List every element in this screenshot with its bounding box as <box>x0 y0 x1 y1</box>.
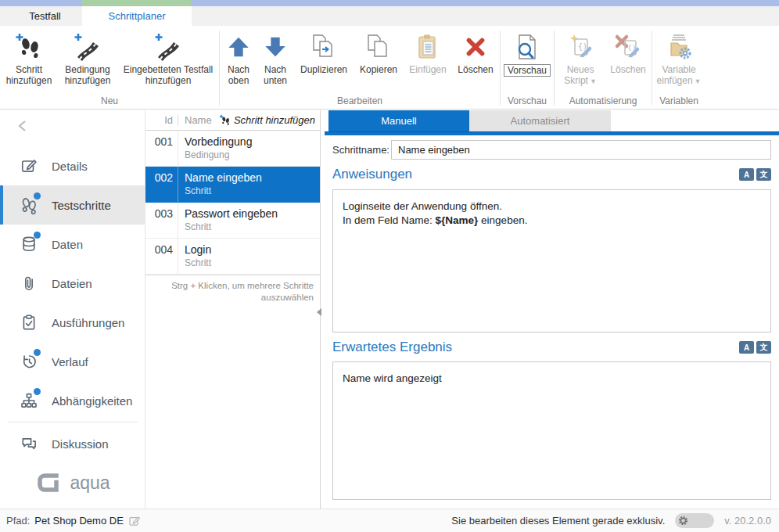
step-type: Schritt <box>185 257 320 269</box>
delete-script-button[interactable]: {) Löschen <box>608 27 648 75</box>
sidebar-item-verlauf[interactable]: Verlauf <box>0 342 145 381</box>
road-add-icon <box>153 30 183 64</box>
step-name-input[interactable] <box>391 140 771 160</box>
hierarchy-icon <box>19 391 39 410</box>
add-condition-button[interactable]: Bedingung hinzufügen <box>59 27 116 86</box>
expected-result-title: Erwartetes Ergebnis <box>332 340 737 355</box>
font-style-icon[interactable]: A <box>739 168 754 181</box>
step-name: Name eingeben <box>185 171 320 185</box>
exclusive-lock-toggle[interactable] <box>675 513 714 528</box>
sidebar-item-daten[interactable]: Daten <box>0 225 145 264</box>
history-icon <box>19 352 39 371</box>
sidebar-item-testschritte[interactable]: Testschritte <box>0 185 145 225</box>
exclusive-edit-message: Sie bearbeiten dieses Element gerade exk… <box>451 515 665 527</box>
new-script-icon: {) <box>565 30 595 64</box>
footsteps-add-icon <box>14 30 44 64</box>
expected-result-section-header: Erwartetes Ergebnis A 文 <box>332 340 771 355</box>
preview-icon <box>513 30 541 64</box>
window-accent-band <box>0 0 779 6</box>
step-list-header: Id Name Schritt hinzufügen <box>145 110 320 131</box>
add-condition-label: Bedingung hinzufügen <box>59 64 116 86</box>
paperclip-icon <box>19 274 39 293</box>
sidebar-collapse-button[interactable] <box>16 118 30 134</box>
dropdown-arrow-icon: ▼ <box>590 77 597 85</box>
detail-tabs: Manuell Automatisiert <box>325 110 779 131</box>
road-add-icon <box>73 30 102 64</box>
copy-label: Kopieren <box>356 64 401 75</box>
sidebar-item-dateien[interactable]: Dateien <box>0 264 145 303</box>
delete-script-label: Löschen <box>608 64 648 75</box>
ribbon-group-automatisierung: {) Neues Skript▼ {) <box>555 27 652 109</box>
tab-manuell[interactable]: Manuell <box>328 110 469 131</box>
arrow-up-icon <box>225 30 252 64</box>
move-up-label: Nach oben <box>223 64 254 86</box>
duplicate-button[interactable]: Duplizieren <box>296 27 351 75</box>
step-type: Schritt <box>185 185 320 197</box>
document-tabstrip: Testfall Schrittplaner <box>0 6 779 26</box>
notification-dot <box>34 192 41 200</box>
ribbon-group-vorschau: Vorschau Vorschau <box>501 27 554 109</box>
instructions-line2: In dem Feld Name: ${Name} eingeben. <box>343 214 761 228</box>
step-id: 003 <box>145 203 178 238</box>
ribbon-toolbar: Schritt hinzufügen Bedingung hinzufügen <box>0 26 779 110</box>
database-icon <box>19 235 39 253</box>
sidebar-item-ausfuehrungen[interactable]: Ausführungen <box>0 303 145 342</box>
sidebar-item-diskussion[interactable]: Diskussion <box>0 424 145 463</box>
path-label: Pfad: <box>6 515 30 527</box>
edit-details-icon <box>19 156 39 175</box>
footsteps-icon <box>19 196 39 214</box>
tab-automatisiert[interactable]: Automatisiert <box>469 110 611 131</box>
step-id: 004 <box>145 239 178 274</box>
tab-testfall[interactable]: Testfall <box>8 6 82 26</box>
multiselect-hint: Strg + Klicken, um mehrere Schritte ausz… <box>145 275 320 304</box>
delete-label: Löschen <box>454 64 497 75</box>
sidebar-item-details[interactable]: Details <box>0 146 145 185</box>
step-id: 001 <box>145 131 178 166</box>
add-embedded-testcase-button[interactable]: Eingebetteten Testfall hinzufügen <box>120 27 216 86</box>
add-step-button[interactable]: Schritt hinzufügen <box>3 27 55 86</box>
step-row-002-selected[interactable]: 002 Name eingeben Schritt <box>145 167 320 203</box>
step-type: Schritt <box>185 221 320 233</box>
instructions-line1: Loginseite der Anwendung öffnen. <box>343 200 761 214</box>
notification-dot <box>34 388 41 395</box>
step-row-004[interactable]: 004 Login Schritt <box>145 239 320 275</box>
inline-add-step-button[interactable]: Schritt hinzufügen <box>219 114 320 127</box>
paste-icon <box>414 30 442 64</box>
step-row-003[interactable]: 003 Passwort eingeben Schritt <box>145 203 320 239</box>
panel-collapse-handle[interactable] <box>316 307 322 317</box>
move-up-button[interactable]: Nach oben <box>223 27 254 86</box>
insert-variable-button[interactable]: Variable einfügen▼ <box>655 27 702 87</box>
preview-button[interactable]: Vorschau <box>504 27 551 77</box>
font-style-icon[interactable]: A <box>739 341 754 354</box>
step-name-field-row: Schrittname: <box>332 140 771 160</box>
new-script-label: Neues Skript▼ <box>558 64 603 87</box>
sidebar-item-abhaengigkeiten[interactable]: Abhängigkeiten <box>0 381 145 420</box>
notification-dot <box>34 232 41 239</box>
delete-button[interactable]: Löschen <box>454 27 497 75</box>
sidebar-item-label: Verlauf <box>52 355 88 368</box>
step-row-001[interactable]: 001 Vorbedingung Bedingung <box>145 131 320 167</box>
paste-button[interactable]: Einfügen <box>406 27 450 75</box>
expected-result-textbox[interactable]: Name wird angezeigt <box>332 361 771 500</box>
copy-button[interactable]: Kopieren <box>356 27 401 75</box>
ribbon-group-label-vorschau: Vorschau <box>504 95 551 109</box>
sidebar-item-label: Testschritte <box>52 199 111 212</box>
move-down-button[interactable]: Nach unten <box>259 27 292 86</box>
instructions-textbox[interactable]: Loginseite der Anwendung öffnen. In dem … <box>332 189 771 332</box>
aqua-logo: aqua <box>0 472 145 494</box>
variable-token: ${Name} <box>436 214 479 226</box>
variable-folder-gear-icon <box>664 30 694 64</box>
translate-icon[interactable]: 文 <box>756 341 771 354</box>
instructions-section-header: Anweisungen A 文 <box>332 167 771 182</box>
edit-path-icon[interactable] <box>128 515 141 527</box>
sidebar-item-label: Ausführungen <box>52 316 124 329</box>
new-script-button[interactable]: {) Neues Skript▼ <box>558 27 603 87</box>
sidebar-navigation: Details Testschritte <box>0 110 145 509</box>
sidebar-item-label: Details <box>52 160 88 173</box>
sidebar-item-label: Daten <box>52 238 83 251</box>
duplicate-label: Duplizieren <box>296 64 351 75</box>
tab-schrittplaner[interactable]: Schrittplaner <box>82 6 192 26</box>
translate-icon[interactable]: 文 <box>756 168 771 181</box>
step-type: Bedingung <box>185 149 320 161</box>
sidebar-divider <box>8 422 138 422</box>
